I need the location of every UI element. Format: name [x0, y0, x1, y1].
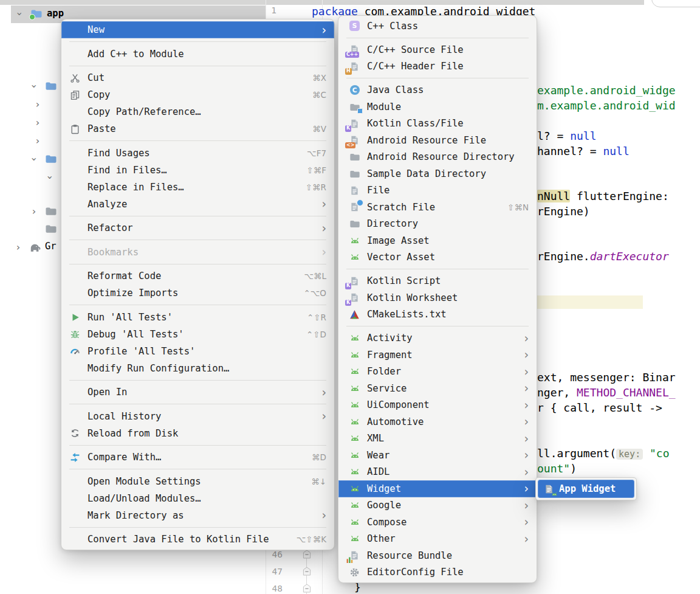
- menu-item-label: Reload from Disk: [88, 428, 326, 439]
- menu-item-other[interactable]: Other›: [338, 531, 537, 548]
- menu-item-kotlin-worksheet[interactable]: KKotlin Worksheet: [338, 289, 537, 306]
- chevron-right-icon[interactable]: ›: [34, 136, 41, 146]
- chevron-down-icon[interactable]: ›: [45, 174, 55, 181]
- menu-item-scratch-file[interactable]: Scratch File⇧⌘N: [338, 199, 537, 216]
- menu-item-module[interactable]: Module: [338, 98, 537, 116]
- code-fragment: r { call, result ->: [537, 401, 662, 415]
- chevron-right-icon[interactable]: ›: [34, 100, 41, 109]
- menu-item-copy[interactable]: Copy⌘C: [61, 86, 334, 103]
- menu-separator: [69, 140, 326, 141]
- menu-item-cpp-class[interactable]: SC++ Class: [338, 18, 537, 35]
- gear-icon: [348, 567, 362, 578]
- menu-item-directory[interactable]: Directory: [338, 216, 537, 233]
- menu-item-folder[interactable]: Folder›: [338, 364, 537, 381]
- debug-icon: [68, 328, 82, 340]
- menu-item-label: Convert Java File to Kotlin File: [88, 534, 288, 545]
- menu-item-reformat-code[interactable]: Reformat Code⌥⌘L: [61, 268, 334, 285]
- menu-item-convert-java-to-kotlin[interactable]: Convert Java File to Kotlin File⌥⇧⌘K: [61, 531, 334, 548]
- reload-icon: [68, 427, 82, 439]
- menu-item-app-widget[interactable]: App Widget: [538, 480, 634, 498]
- chevron-right-icon[interactable]: ›: [15, 243, 22, 252]
- menu-item-refactor[interactable]: Refactor›: [61, 219, 334, 237]
- context-menu: New› Add C++ to Module Cut⌘X Copy⌘C Copy…: [61, 19, 335, 550]
- menu-item-cpp-source-file[interactable]: C++C/C++ Source File: [338, 41, 537, 58]
- menu-item-automotive[interactable]: Automotive›: [338, 413, 537, 430]
- chevron-down-icon[interactable]: ›: [29, 83, 39, 90]
- menu-item-find-usages[interactable]: Find Usages⌥F7: [61, 145, 334, 162]
- menu-item-cmakelists[interactable]: CMakeLists.txt: [338, 306, 537, 323]
- menu-item-image-asset[interactable]: Image Asset: [338, 232, 537, 249]
- current-line-highlight: [537, 295, 643, 309]
- menu-item-widget[interactable]: Widget›: [338, 480, 537, 497]
- menu-item-label: Java Class: [367, 85, 529, 95]
- menu-item-cpp-header-file[interactable]: HC/C++ Header File: [338, 58, 537, 75]
- menu-item-paste[interactable]: Paste⌘V: [61, 120, 334, 137]
- menu-item-android-resource-directory[interactable]: Android Resource Directory: [338, 149, 537, 166]
- paste-icon: [68, 123, 82, 135]
- menu-item-file[interactable]: File: [338, 182, 537, 199]
- menu-item-vector-asset[interactable]: Vector Asset: [338, 249, 537, 266]
- menu-item-label: Open In: [88, 387, 315, 398]
- fold-marker-icon[interactable]: [303, 567, 311, 576]
- menu-item-run-all-tests[interactable]: Run 'All Tests'⌃⇧R: [61, 309, 334, 326]
- menu-separator: [346, 269, 529, 269]
- menu-item-label: Kotlin Worksheet: [367, 292, 529, 303]
- menu-item-uicomponent[interactable]: UiComponent›: [338, 397, 537, 414]
- chevron-down-icon[interactable]: ›: [29, 156, 39, 163]
- menu-item-modify-run-configuration[interactable]: Modify Run Configuration…: [61, 360, 334, 377]
- menu-item-analyze[interactable]: Analyze›: [61, 196, 334, 213]
- chevron-right-icon[interactable]: ›: [34, 118, 41, 128]
- chevron-down-icon[interactable]: ›: [15, 10, 24, 18]
- menu-item-open-in[interactable]: Open In›: [61, 384, 334, 401]
- menu-item-copy-path-reference[interactable]: Copy Path/Reference…: [61, 103, 334, 120]
- menu-item-android-resource-file[interactable]: <>Android Resource File: [338, 132, 537, 149]
- code-fragment: nNull flutterEngine:: [537, 190, 669, 203]
- chevron-right-icon[interactable]: ›: [30, 207, 38, 216]
- menu-item-service[interactable]: Service›: [338, 380, 537, 397]
- menu-item-profile-all-tests[interactable]: Profile 'All Tests': [61, 343, 334, 360]
- spacer: [68, 223, 82, 234]
- menu-item-label: EditorConfig File: [367, 567, 529, 578]
- menu-separator: [69, 240, 326, 240]
- menu-item-compose[interactable]: Compose›: [338, 514, 537, 531]
- code-fragment: m.example.android_wid: [537, 99, 676, 112]
- menu-item-new[interactable]: New›: [61, 21, 334, 38]
- menu-item-sample-data-directory[interactable]: Sample Data Directory: [338, 165, 537, 182]
- android-icon: [348, 516, 362, 528]
- run-indicator-dot: [29, 14, 35, 20]
- menu-item-add-cpp-to-module[interactable]: Add C++ to Module: [61, 46, 334, 63]
- menu-item-label: Android Resource File: [367, 135, 529, 146]
- menu-item-shortcut: ⌘V: [312, 124, 326, 134]
- fold-marker-icon[interactable]: [303, 550, 311, 559]
- menu-item-debug-all-tests[interactable]: Debug 'All Tests'⌃⇧D: [61, 326, 334, 343]
- menu-item-activity[interactable]: Activity›: [338, 330, 537, 347]
- menu-item-xml[interactable]: XML›: [338, 430, 537, 447]
- menu-item-google[interactable]: Google›: [338, 497, 537, 514]
- menu-item-resource-bundle[interactable]: Resource Bundle: [338, 547, 537, 564]
- menu-item-open-module-settings[interactable]: Open Module Settings⌘↓: [61, 473, 334, 490]
- menu-item-kotlin-class-file[interactable]: KKotlin Class/File: [338, 116, 537, 133]
- code-property: dartExecutor: [590, 250, 669, 263]
- menu-item-fragment[interactable]: Fragment›: [338, 347, 537, 364]
- menu-item-reload-from-disk[interactable]: Reload from Disk: [61, 425, 334, 442]
- chevron-right-icon: ›: [524, 449, 529, 461]
- menu-item-replace-in-files[interactable]: Replace in Files…⇧⌘R: [61, 179, 334, 196]
- menu-item-find-in-files[interactable]: Find in Files…⇧⌘F: [61, 162, 334, 179]
- menu-item-cut[interactable]: Cut⌘X: [61, 69, 334, 86]
- menu-item-editorconfig-file[interactable]: EditorConfig File: [338, 564, 537, 581]
- cpp-class-icon: S: [348, 20, 362, 32]
- menu-item-local-history[interactable]: Local History›: [61, 408, 334, 425]
- kotlin-chip: K: [345, 125, 351, 131]
- menu-item-load-unload-modules[interactable]: Load/Unload Modules…: [61, 490, 334, 507]
- menu-item-compare-with[interactable]: Compare With…⌘D: [61, 449, 334, 466]
- menu-item-java-class[interactable]: CJava Class: [338, 82, 537, 99]
- spacer: [68, 48, 82, 60]
- menu-item-optimize-imports[interactable]: Optimize Imports⌃⌥O: [61, 285, 334, 302]
- menu-item-aidl[interactable]: AIDL›: [338, 464, 537, 481]
- menu-item-mark-directory-as[interactable]: Mark Directory as›: [61, 507, 334, 524]
- fold-marker-icon[interactable]: [303, 584, 311, 593]
- chevron-right-icon: ›: [524, 466, 529, 478]
- menu-item-kotlin-script[interactable]: KKotlin Script: [338, 273, 537, 290]
- menu-item-wear[interactable]: Wear›: [338, 447, 537, 464]
- menu-item-label: Find Usages: [88, 148, 298, 159]
